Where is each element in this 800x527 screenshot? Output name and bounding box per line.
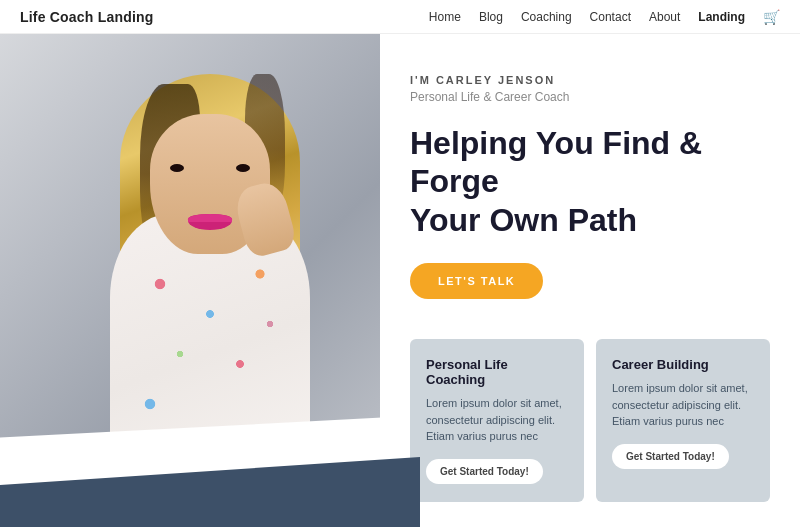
- card-career-title: Career Building: [612, 357, 754, 372]
- nav-coaching[interactable]: Coaching: [521, 10, 572, 24]
- card-career-button[interactable]: Get Started Today!: [612, 444, 729, 469]
- nav-home[interactable]: Home: [429, 10, 461, 24]
- card-life-text: Lorem ipsum dolor sit amet, consectetur …: [426, 395, 568, 445]
- nav-about[interactable]: About: [649, 10, 680, 24]
- nav-landing[interactable]: Landing: [698, 10, 745, 24]
- service-card-life: Personal Life Coaching Lorem ipsum dolor…: [410, 339, 584, 502]
- body: [110, 214, 310, 494]
- coach-role: Personal Life & Career Coach: [410, 90, 770, 104]
- woman-figure: [50, 54, 370, 494]
- nav-blog[interactable]: Blog: [479, 10, 503, 24]
- cart-icon[interactable]: 🛒: [763, 9, 780, 25]
- lets-talk-button[interactable]: LET'S TALK: [410, 263, 543, 299]
- hero-image: [0, 34, 420, 494]
- coach-name: I'M CARLEY JENSON: [410, 74, 770, 86]
- logo: Life Coach Landing: [20, 9, 154, 25]
- nav: Home Blog Coaching Contact About Landing…: [429, 9, 780, 25]
- hero-heading-line2: Your Own Path: [410, 202, 637, 238]
- card-career-text: Lorem ipsum dolor sit amet, consectetur …: [612, 380, 754, 430]
- service-card-career: Career Building Lorem ipsum dolor sit am…: [596, 339, 770, 502]
- service-cards: Personal Life Coaching Lorem ipsum dolor…: [410, 339, 770, 502]
- lips: [188, 214, 232, 230]
- eyes: [170, 164, 250, 172]
- header: Life Coach Landing Home Blog Coaching Co…: [0, 0, 800, 34]
- card-life-button[interactable]: Get Started Today!: [426, 459, 543, 484]
- card-life-title: Personal Life Coaching: [426, 357, 568, 387]
- main-content: I'M CARLEY JENSON Personal Life & Career…: [0, 34, 800, 527]
- content-area: I'M CARLEY JENSON Personal Life & Career…: [380, 34, 800, 527]
- left-eye: [170, 164, 184, 172]
- hero-heading-line1: Helping You Find & Forge: [410, 125, 702, 199]
- right-eye: [236, 164, 250, 172]
- hero-heading: Helping You Find & Forge Your Own Path: [410, 124, 770, 239]
- nav-contact[interactable]: Contact: [590, 10, 631, 24]
